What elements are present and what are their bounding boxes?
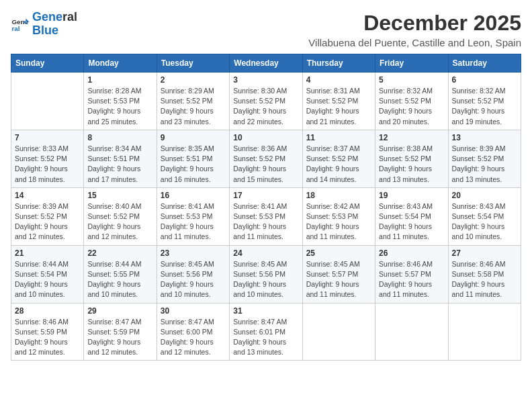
day-info: Sunrise: 8:46 AMSunset: 5:57 PMDaylight:…: [379, 259, 444, 300]
day-info: Sunrise: 8:43 AMSunset: 5:54 PMDaylight:…: [452, 201, 517, 242]
day-info: Sunrise: 8:44 AMSunset: 5:54 PMDaylight:…: [15, 259, 80, 300]
calendar-week-row: 7Sunrise: 8:33 AMSunset: 5:52 PMDaylight…: [11, 130, 521, 187]
day-number: 16: [161, 191, 226, 200]
day-info: Sunrise: 8:39 AMSunset: 5:52 PMDaylight:…: [15, 201, 80, 242]
logo-text-line1: General: [32, 11, 77, 24]
day-info: Sunrise: 8:33 AMSunset: 5:52 PMDaylight:…: [15, 144, 80, 185]
calendar-cell: 5Sunrise: 8:32 AMSunset: 5:52 PMDaylight…: [375, 73, 448, 130]
calendar-cell: 22Sunrise: 8:44 AMSunset: 5:55 PMDayligh…: [84, 245, 157, 303]
calendar-cell: 27Sunrise: 8:46 AMSunset: 5:58 PMDayligh…: [448, 245, 521, 303]
weekday-header: Thursday: [302, 54, 375, 73]
calendar-cell: 25Sunrise: 8:45 AMSunset: 5:57 PMDayligh…: [302, 245, 375, 303]
page-header: Gene ral General Blue December 2025 Vill…: [11, 11, 521, 48]
day-number: 24: [233, 248, 298, 258]
day-info: Sunrise: 8:41 AMSunset: 5:53 PMDaylight:…: [161, 201, 226, 242]
day-info: Sunrise: 8:45 AMSunset: 5:56 PMDaylight:…: [233, 259, 298, 300]
day-number: 5: [379, 75, 444, 85]
day-number: 13: [452, 133, 517, 142]
day-info: Sunrise: 8:44 AMSunset: 5:55 PMDaylight:…: [87, 259, 152, 300]
day-number: 22: [87, 248, 152, 258]
calendar-cell: 20Sunrise: 8:43 AMSunset: 5:54 PMDayligh…: [448, 187, 521, 245]
calendar-cell: [302, 303, 375, 361]
day-number: 2: [161, 75, 226, 85]
calendar-cell: 21Sunrise: 8:44 AMSunset: 5:54 PMDayligh…: [11, 245, 84, 303]
day-number: 18: [306, 191, 371, 200]
day-number: 3: [233, 75, 298, 85]
weekday-header: Sunday: [11, 54, 84, 73]
day-number: 8: [87, 133, 152, 142]
calendar-cell: 15Sunrise: 8:40 AMSunset: 5:52 PMDayligh…: [84, 187, 157, 245]
calendar-cell: 10Sunrise: 8:36 AMSunset: 5:52 PMDayligh…: [230, 130, 302, 187]
calendar-cell: 2Sunrise: 8:29 AMSunset: 5:52 PMDaylight…: [157, 73, 229, 130]
calendar-cell: 14Sunrise: 8:39 AMSunset: 5:52 PMDayligh…: [11, 187, 84, 245]
day-info: Sunrise: 8:42 AMSunset: 5:53 PMDaylight:…: [306, 201, 371, 242]
day-number: 1: [87, 75, 152, 85]
day-info: Sunrise: 8:32 AMSunset: 5:52 PMDaylight:…: [379, 86, 444, 127]
calendar-cell: 9Sunrise: 8:35 AMSunset: 5:51 PMDaylight…: [157, 130, 229, 187]
day-number: 4: [306, 75, 371, 85]
day-info: Sunrise: 8:31 AMSunset: 5:52 PMDaylight:…: [306, 86, 371, 127]
day-number: 21: [15, 248, 80, 258]
calendar-cell: 31Sunrise: 8:47 AMSunset: 6:01 PMDayligh…: [230, 303, 302, 361]
logo: Gene ral General Blue: [11, 11, 77, 38]
day-info: Sunrise: 8:29 AMSunset: 5:52 PMDaylight:…: [161, 86, 226, 127]
day-number: 31: [233, 306, 298, 316]
calendar-cell: 16Sunrise: 8:41 AMSunset: 5:53 PMDayligh…: [157, 187, 229, 245]
day-info: Sunrise: 8:36 AMSunset: 5:52 PMDaylight:…: [233, 144, 298, 185]
day-number: 25: [306, 248, 371, 258]
calendar-cell: [375, 303, 448, 361]
calendar-cell: 23Sunrise: 8:45 AMSunset: 5:56 PMDayligh…: [157, 245, 229, 303]
calendar-cell: 12Sunrise: 8:38 AMSunset: 5:52 PMDayligh…: [375, 130, 448, 187]
day-info: Sunrise: 8:34 AMSunset: 5:51 PMDaylight:…: [87, 144, 152, 185]
day-number: 12: [379, 133, 444, 142]
calendar-table: SundayMondayTuesdayWednesdayThursdayFrid…: [11, 54, 521, 361]
day-number: 14: [15, 191, 80, 200]
day-number: 28: [15, 306, 80, 316]
weekday-header: Tuesday: [157, 54, 229, 73]
day-number: 6: [452, 75, 517, 85]
day-info: Sunrise: 8:35 AMSunset: 5:51 PMDaylight:…: [161, 144, 226, 185]
weekday-header: Monday: [84, 54, 157, 73]
calendar-cell: 11Sunrise: 8:37 AMSunset: 5:52 PMDayligh…: [302, 130, 375, 187]
calendar-cell: 26Sunrise: 8:46 AMSunset: 5:57 PMDayligh…: [375, 245, 448, 303]
day-number: 19: [379, 191, 444, 200]
calendar-cell: 19Sunrise: 8:43 AMSunset: 5:54 PMDayligh…: [375, 187, 448, 245]
day-number: 11: [306, 133, 371, 142]
day-info: Sunrise: 8:40 AMSunset: 5:52 PMDaylight:…: [87, 201, 152, 242]
day-info: Sunrise: 8:45 AMSunset: 5:56 PMDaylight:…: [161, 259, 226, 300]
calendar-week-row: 28Sunrise: 8:46 AMSunset: 5:59 PMDayligh…: [11, 303, 521, 361]
calendar-cell: 4Sunrise: 8:31 AMSunset: 5:52 PMDaylight…: [302, 73, 375, 130]
day-info: Sunrise: 8:30 AMSunset: 5:52 PMDaylight:…: [233, 86, 298, 127]
calendar-cell: 18Sunrise: 8:42 AMSunset: 5:53 PMDayligh…: [302, 187, 375, 245]
day-info: Sunrise: 8:37 AMSunset: 5:52 PMDaylight:…: [306, 144, 371, 185]
weekday-header: Friday: [375, 54, 448, 73]
svg-text:ral: ral: [11, 25, 19, 32]
day-number: 7: [15, 133, 80, 142]
weekday-header: Saturday: [448, 54, 521, 73]
day-info: Sunrise: 8:47 AMSunset: 5:59 PMDaylight:…: [87, 317, 152, 358]
day-number: 10: [233, 133, 298, 142]
logo-icon: Gene ral: [11, 15, 30, 34]
calendar-week-row: 14Sunrise: 8:39 AMSunset: 5:52 PMDayligh…: [11, 187, 521, 245]
calendar-title: December 2025: [308, 11, 521, 36]
logo-text-line2: Blue: [32, 24, 77, 38]
calendar-week-row: 21Sunrise: 8:44 AMSunset: 5:54 PMDayligh…: [11, 245, 521, 303]
calendar-subtitle: Villabuena del Puente, Castille and Leon…: [308, 37, 521, 48]
day-number: 23: [161, 248, 226, 258]
day-info: Sunrise: 8:28 AMSunset: 5:53 PMDaylight:…: [87, 86, 152, 127]
day-info: Sunrise: 8:47 AMSunset: 6:00 PMDaylight:…: [161, 317, 226, 358]
calendar-cell: 13Sunrise: 8:39 AMSunset: 5:52 PMDayligh…: [448, 130, 521, 187]
day-info: Sunrise: 8:43 AMSunset: 5:54 PMDaylight:…: [379, 201, 444, 242]
calendar-cell: 3Sunrise: 8:30 AMSunset: 5:52 PMDaylight…: [230, 73, 302, 130]
day-info: Sunrise: 8:47 AMSunset: 6:01 PMDaylight:…: [233, 317, 298, 358]
calendar-cell: [11, 73, 84, 130]
day-info: Sunrise: 8:41 AMSunset: 5:53 PMDaylight:…: [233, 201, 298, 242]
day-number: 17: [233, 191, 298, 200]
day-number: 29: [87, 306, 152, 316]
calendar-cell: 28Sunrise: 8:46 AMSunset: 5:59 PMDayligh…: [11, 303, 84, 361]
day-number: 27: [452, 248, 517, 258]
calendar-cell: 30Sunrise: 8:47 AMSunset: 6:00 PMDayligh…: [157, 303, 229, 361]
day-info: Sunrise: 8:46 AMSunset: 5:59 PMDaylight:…: [15, 317, 80, 358]
calendar-cell: [448, 303, 521, 361]
weekday-header: Wednesday: [230, 54, 302, 73]
